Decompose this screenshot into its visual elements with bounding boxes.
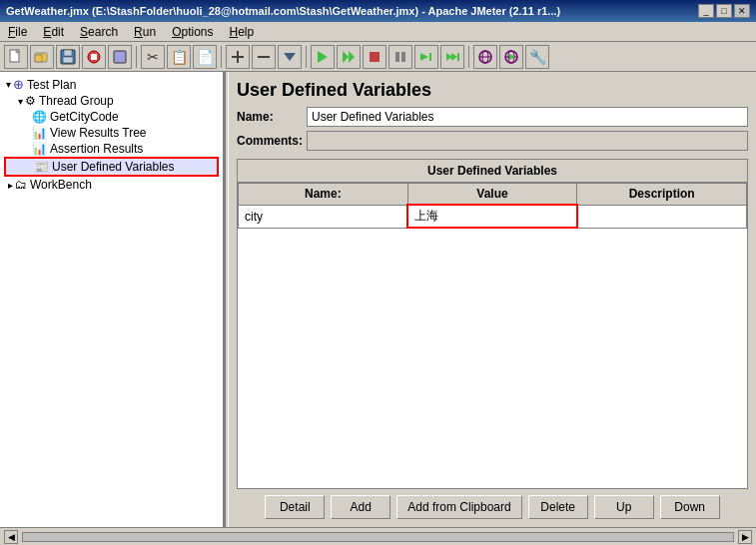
cell-name: city <box>239 205 408 228</box>
menu-file[interactable]: File <box>4 24 31 40</box>
thread-icon: ⚙ <box>25 94 36 108</box>
menu-edit[interactable]: Edit <box>39 24 68 40</box>
save2-button[interactable] <box>108 45 132 69</box>
tree-label-thread-group: Thread Group <box>39 94 114 108</box>
svg-rect-7 <box>63 57 73 63</box>
name-label: Name: <box>237 110 307 124</box>
detail-button[interactable]: Detail <box>265 495 325 519</box>
minimize-button[interactable]: _ <box>698 4 714 18</box>
tree-item-assertion[interactable]: 📊 Assertion Results <box>4 141 219 157</box>
new-button[interactable] <box>4 45 28 69</box>
scroll-left-button[interactable]: ◀ <box>4 530 18 544</box>
bottom-buttons: Detail Add Add from Clipboard Delete Up … <box>237 495 748 519</box>
svg-rect-19 <box>395 52 399 62</box>
col-header-desc: Description <box>577 184 747 206</box>
remote2-button[interactable] <box>499 45 523 69</box>
svg-rect-25 <box>457 53 459 61</box>
tree-item-workbench[interactable]: ▸ 🗂 WorkBench <box>4 177 219 193</box>
tree-label-view-results: View Results Tree <box>50 126 147 140</box>
variables-table: Name: Value Description city 上海 <box>238 183 747 229</box>
add-clipboard-button[interactable]: Add from Clipboard <box>396 495 521 519</box>
run-button[interactable] <box>311 45 335 69</box>
expand-icon: ▾ <box>6 79 11 90</box>
remote-button[interactable] <box>473 45 497 69</box>
svg-rect-20 <box>401 52 405 62</box>
next-button[interactable] <box>414 45 438 69</box>
panel-title: User Defined Variables <box>237 80 748 101</box>
wrench-button[interactable]: 🔧 <box>525 45 549 69</box>
menu-options[interactable]: Options <box>168 24 217 40</box>
svg-marker-14 <box>284 53 296 61</box>
table-row[interactable]: city 上海 <box>239 205 747 228</box>
col-header-name: Name: <box>239 184 408 206</box>
svg-marker-17 <box>349 51 355 63</box>
workbench-icon: 🗂 <box>15 178 27 192</box>
down-button[interactable]: Down <box>660 495 720 519</box>
toolbar-separator-4 <box>468 46 469 68</box>
svg-rect-4 <box>35 55 42 62</box>
tree-label-assertion: Assertion Results <box>50 142 143 156</box>
title-buttons[interactable]: _ □ ✕ <box>698 4 750 18</box>
scroll-track[interactable] <box>22 532 734 542</box>
svg-rect-10 <box>114 51 126 63</box>
col-header-value: Value <box>407 184 577 206</box>
menu-run[interactable]: Run <box>130 24 160 40</box>
up-button[interactable]: Up <box>594 495 654 519</box>
toolbar-separator-2 <box>221 46 222 68</box>
paste-button[interactable]: 📄 <box>193 45 217 69</box>
status-bar: ◀ ▶ <box>0 527 756 545</box>
close-button[interactable]: ✕ <box>734 4 750 18</box>
svg-rect-18 <box>370 52 379 62</box>
vars-icon: 📰 <box>34 160 49 174</box>
svg-rect-9 <box>91 54 97 60</box>
tree-item-view-results[interactable]: 📊 View Results Tree <box>4 125 219 141</box>
comments-input[interactable] <box>307 131 748 151</box>
tree-item-user-vars[interactable]: 📰 User Defined Variables <box>4 157 219 177</box>
tree-label-user-vars: User Defined Variables <box>52 160 175 174</box>
open-button[interactable] <box>30 45 54 69</box>
cell-description <box>577 205 747 228</box>
menu-search[interactable]: Search <box>76 24 122 40</box>
comments-row: Comments: <box>237 131 748 151</box>
remove-button[interactable] <box>252 45 276 69</box>
tree-item-test-plan[interactable]: ▾ ⊕ Test Plan <box>4 76 219 93</box>
horizontal-scrollbar: ◀ ▶ <box>4 530 752 544</box>
run-all-button[interactable] <box>337 45 361 69</box>
svg-marker-24 <box>451 53 457 61</box>
name-input[interactable] <box>307 107 748 127</box>
stop-button[interactable] <box>82 45 106 69</box>
add-button[interactable] <box>226 45 250 69</box>
cell-value[interactable]: 上海 <box>407 205 577 228</box>
comments-label: Comments: <box>237 134 307 148</box>
expand-icon-tg: ▾ <box>18 96 23 107</box>
svg-marker-16 <box>343 51 349 63</box>
save-button[interactable] <box>56 45 80 69</box>
left-panel: ▾ ⊕ Test Plan ▾ ⚙ Thread Group 🌐 GetCity… <box>0 72 225 527</box>
menu-help[interactable]: Help <box>226 24 259 40</box>
delete-button[interactable]: Delete <box>528 495 588 519</box>
maximize-button[interactable]: □ <box>716 4 732 18</box>
cut-button[interactable]: ✂ <box>141 45 165 69</box>
svg-rect-22 <box>429 53 431 61</box>
results-icon: 📊 <box>32 126 47 140</box>
plan-icon: ⊕ <box>13 77 24 92</box>
expand-icon-wb: ▸ <box>8 180 13 191</box>
tree-label-test-plan: Test Plan <box>27 78 76 92</box>
menu-bar: File Edit Search Run Options Help <box>0 22 756 42</box>
title-bar: GetWeather.jmx (E:\StashFolder\huoli_28@… <box>0 0 756 22</box>
toolbar-separator-3 <box>306 46 307 68</box>
scroll-right-button[interactable]: ▶ <box>738 530 752 544</box>
tree-item-getcitycode[interactable]: 🌐 GetCityCode <box>4 109 219 125</box>
title-text: GetWeather.jmx (E:\StashFolder\huoli_28@… <box>6 5 560 17</box>
copy-button[interactable]: 📋 <box>167 45 191 69</box>
variables-table-container: User Defined Variables Name: Value Descr… <box>237 159 748 489</box>
right-panel: User Defined Variables Name: Comments: U… <box>229 72 756 527</box>
pause-button[interactable] <box>388 45 412 69</box>
expand-button[interactable] <box>278 45 302 69</box>
add-button-bottom[interactable]: Add <box>331 495 390 519</box>
stop-run-button[interactable] <box>363 45 386 69</box>
last-button[interactable] <box>440 45 464 69</box>
main-content: ▾ ⊕ Test Plan ▾ ⚙ Thread Group 🌐 GetCity… <box>0 72 756 527</box>
http-icon: 🌐 <box>32 110 47 124</box>
tree-item-thread-group[interactable]: ▾ ⚙ Thread Group <box>4 93 219 109</box>
